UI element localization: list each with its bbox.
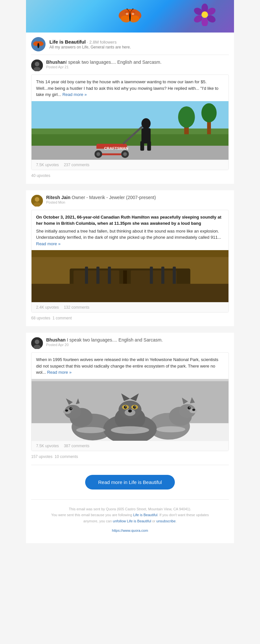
header-banner bbox=[26, 0, 234, 33]
post-3-text: When in 1995 fourteen wolves were releas… bbox=[32, 353, 228, 379]
svg-point-98 bbox=[134, 406, 136, 408]
post-2-stats: 2.4K upvotes 132 comments bbox=[32, 302, 228, 312]
separator-2 bbox=[26, 326, 234, 333]
svg-point-11 bbox=[127, 8, 128, 9]
post-2-text-normal: She initially assumed a tree had fallen,… bbox=[32, 228, 228, 250]
svg-point-23 bbox=[37, 43, 39, 48]
svg-point-48 bbox=[35, 197, 39, 202]
svg-point-39 bbox=[141, 118, 150, 129]
post-1-header: BhushanI speak two languages.... English… bbox=[31, 60, 229, 71]
post-1-avatar bbox=[31, 60, 43, 71]
svg-point-75 bbox=[71, 407, 72, 409]
footer-line1: This email was sent by Quora (605 Castro… bbox=[36, 506, 224, 512]
profile-name: Life is Beautiful · 2.8M followers bbox=[49, 39, 229, 45]
svg-point-7 bbox=[132, 11, 136, 13]
cta-section: Read more in Life is Beautiful bbox=[26, 465, 234, 499]
svg-point-8 bbox=[129, 13, 131, 21]
footer-line2: You were sent this email because you are… bbox=[36, 512, 224, 518]
svg-point-44 bbox=[178, 106, 195, 128]
profile-info: Life is Beautiful · 2.8M followers All m… bbox=[49, 39, 229, 49]
svg-point-6 bbox=[125, 11, 129, 13]
post-3-date: Posted Apr 20 bbox=[46, 343, 229, 347]
post-2-image bbox=[32, 250, 228, 302]
svg-rect-30 bbox=[32, 134, 228, 145]
footer-quora-link[interactable]: https://www.quora.com bbox=[36, 528, 224, 534]
svg-point-25 bbox=[35, 62, 39, 66]
svg-rect-63 bbox=[32, 284, 228, 302]
footer-line3: anymore, you can unfollow Life is Beauti… bbox=[36, 518, 224, 524]
post-3-card: When in 1995 fourteen wolves were releas… bbox=[31, 352, 229, 451]
svg-point-102 bbox=[128, 409, 132, 412]
profile-avatar bbox=[31, 37, 46, 51]
footer-quora-section: https://www.quora.com bbox=[36, 528, 224, 534]
svg-point-13 bbox=[202, 4, 208, 13]
profile-section: Life is Beautiful · 2.8M followers All m… bbox=[26, 33, 234, 55]
svg-point-89 bbox=[192, 409, 195, 411]
post-3-author-info: Bhushan I speak two languages.... Englis… bbox=[46, 337, 229, 347]
separator-1 bbox=[26, 184, 234, 190]
post-2-author-info: Ritesh Jain Owner - Maverik - Jeweler (2… bbox=[46, 195, 229, 204]
footer-unfollow-link[interactable]: unfollow Life is Beautiful bbox=[113, 519, 151, 523]
svg-point-16 bbox=[202, 18, 208, 26]
svg-point-36 bbox=[123, 152, 127, 156]
post-1-card: This 14 year old boy came by the house w… bbox=[31, 74, 229, 170]
post-2-container: Ritesh Jain Owner - Maverik - Jeweler (2… bbox=[26, 190, 234, 327]
svg-point-12 bbox=[133, 8, 134, 9]
post-2-upvotes: 68 upvotes 1 comment bbox=[31, 316, 229, 320]
footer: This email was sent by Quora (605 Castro… bbox=[26, 500, 234, 543]
post-1-author-info: BhushanI speak two languages.... English… bbox=[46, 60, 229, 69]
svg-point-46 bbox=[202, 103, 217, 122]
footer-life-link[interactable]: Life is Beautiful bbox=[133, 513, 158, 517]
post-1-container: BhushanI speak two languages.... English… bbox=[26, 55, 234, 184]
post-3-avatar bbox=[31, 337, 43, 349]
post-3-read-more[interactable]: Read more » bbox=[47, 370, 72, 375]
post-1-date: Posted Apr 21 bbox=[46, 65, 229, 69]
post-2-header: Ritesh Jain Owner - Maverik - Jeweler (2… bbox=[31, 195, 229, 207]
svg-text:CRAFTSMAN: CRAFTSMAN bbox=[104, 146, 128, 150]
svg-point-65 bbox=[35, 340, 39, 344]
post-2-avatar bbox=[31, 195, 43, 207]
svg-point-19 bbox=[202, 11, 208, 18]
post-2-date: Posted Mon bbox=[46, 200, 229, 204]
post-3-stats: 7.5K upvotes 387 comments bbox=[32, 441, 228, 451]
post-1-author-line: BhushanI speak two languages.... English… bbox=[46, 60, 229, 65]
post-1-image: CRAFTSMAN bbox=[32, 101, 228, 160]
post-2-author-line: Ritesh Jain Owner - Maverik - Jeweler (2… bbox=[46, 195, 229, 200]
profile-description: All my answers on Life, General rants ar… bbox=[49, 45, 229, 49]
post-2-text-bold: On October 3, 2021, 66-year-old Canadian… bbox=[32, 210, 228, 228]
svg-point-79 bbox=[65, 409, 68, 411]
post-1-text: This 14 year old boy came by the house w… bbox=[32, 75, 228, 101]
svg-rect-41 bbox=[140, 141, 144, 150]
post-3-container: Bhushan I speak two languages.... Englis… bbox=[26, 333, 234, 465]
svg-rect-52 bbox=[32, 250, 228, 257]
post-3-header: Bhushan I speak two languages.... Englis… bbox=[31, 337, 229, 349]
post-1-upvotes: 40 upvotes bbox=[31, 173, 229, 178]
svg-point-35 bbox=[97, 152, 100, 156]
post-2-card: On October 3, 2021, 66-year-old Canadian… bbox=[31, 210, 229, 313]
svg-point-105 bbox=[156, 426, 185, 432]
post-3-image bbox=[32, 379, 228, 441]
svg-point-103 bbox=[111, 426, 149, 434]
cta-button[interactable]: Read more in Life is Beautiful bbox=[85, 475, 175, 490]
svg-point-97 bbox=[125, 406, 127, 408]
post-3-author-line: Bhushan I speak two languages.... Englis… bbox=[46, 337, 229, 342]
svg-point-104 bbox=[76, 427, 105, 433]
post-2-read-more[interactable]: Read more » bbox=[36, 241, 60, 246]
post-3-upvotes: 157 upvotes 10 comments bbox=[31, 454, 229, 459]
post-1-read-more[interactable]: Read more » bbox=[62, 92, 87, 97]
post-1-stats: 7.5K upvotes 237 comments bbox=[32, 160, 228, 170]
svg-rect-42 bbox=[147, 141, 151, 150]
svg-point-85 bbox=[189, 407, 190, 408]
footer-unsub-link[interactable]: unsubscribe bbox=[156, 519, 176, 523]
